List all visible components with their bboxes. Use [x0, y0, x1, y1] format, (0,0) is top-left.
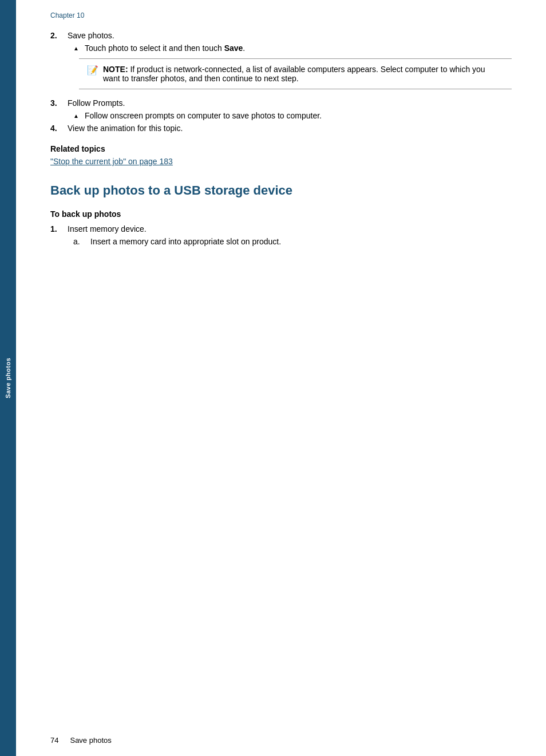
- step-3-bullet-1: ▲ Follow onscreen prompts on computer to…: [73, 111, 512, 120]
- step-3-row: 3. Follow Prompts. ▲ Follow onscreen pro…: [50, 98, 512, 120]
- back-step-1-sub-a-label: a.: [73, 237, 90, 246]
- side-tab: Save photos: [0, 0, 16, 756]
- step-4-number: 4.: [50, 124, 68, 133]
- step-4-text: View the animation for this topic.: [68, 124, 183, 133]
- related-topics-heading: Related topics: [50, 144, 512, 153]
- step-3-content: Follow Prompts. ▲ Follow onscreen prompt…: [68, 98, 512, 120]
- step-3-number: 3.: [50, 98, 68, 120]
- back-step-1-sub-a-text: Insert a memory card into appropriate sl…: [90, 237, 512, 246]
- related-topics-section: Related topics "Stop the current job" on…: [50, 144, 512, 166]
- step-2-row: 2. Save photos. ▲ Touch photo to select …: [50, 31, 512, 95]
- note-content: NOTE: If product is network-connected, a…: [103, 65, 504, 83]
- step-2-bullet-1: ▲ Touch photo to select it and then touc…: [73, 43, 512, 53]
- step-3-text: Follow Prompts.: [68, 98, 125, 108]
- footer-chapter-text: Save photos: [70, 736, 111, 745]
- step-4-row: 4. View the animation for this topic.: [50, 124, 512, 133]
- section-title: Back up photos to a USB storage device: [50, 183, 512, 198]
- related-topics-link[interactable]: "Stop the current job" on page 183: [50, 157, 173, 166]
- back-step-1-content: Insert memory device. a. Insert a memory…: [68, 224, 512, 246]
- bullet-triangle-1: ▲: [73, 45, 80, 52]
- step-2-number: 2.: [50, 31, 68, 95]
- step-3-bullet-1-text: Follow onscreen prompts on computer to s…: [85, 111, 512, 120]
- step-4-content: View the animation for this topic.: [68, 124, 512, 133]
- main-content: Chapter 10 2. Save photos. ▲ Touch photo…: [16, 0, 546, 756]
- back-step-1-sub-a: a. Insert a memory card into appropriate…: [73, 237, 512, 246]
- back-step-1-number: 1.: [50, 224, 68, 246]
- step-2-text: Save photos.: [68, 31, 114, 40]
- note-box: 📝 NOTE: If product is network-connected,…: [79, 58, 512, 89]
- step-2-content: Save photos. ▲ Touch photo to select it …: [68, 31, 512, 95]
- step-2-bullet-1-text: Touch photo to select it and then touch …: [85, 43, 512, 53]
- note-icon: 📝: [87, 65, 98, 76]
- chapter-label: Chapter 10: [50, 11, 512, 19]
- bullet-triangle-2: ▲: [73, 113, 80, 119]
- page-number: 74: [50, 736, 58, 745]
- page-footer: 74 Save photos: [16, 736, 546, 745]
- side-tab-label: Save photos: [5, 358, 11, 398]
- to-back-up-heading: To back up photos: [50, 209, 512, 219]
- back-step-1-row: 1. Insert memory device. a. Insert a mem…: [50, 224, 512, 246]
- back-step-1-text: Insert memory device.: [68, 224, 147, 233]
